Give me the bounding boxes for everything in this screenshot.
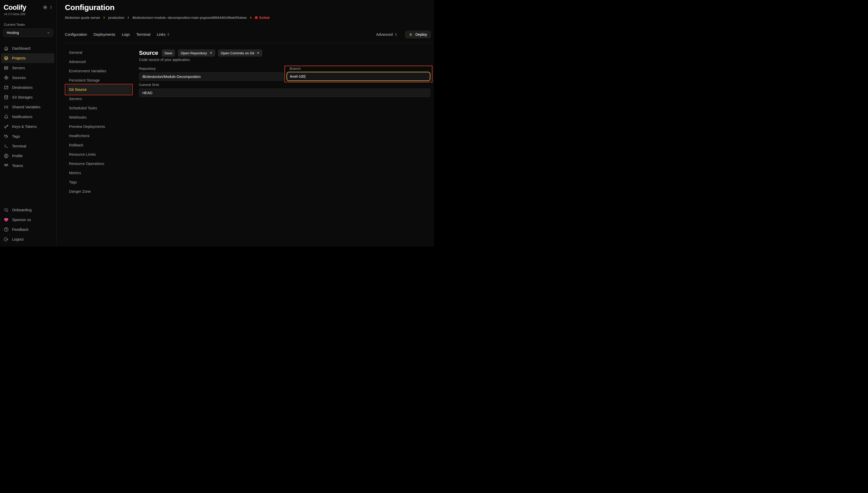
sidebar-item-label: Shared Variables (12, 105, 40, 109)
team-select-value: Hosting (7, 30, 19, 35)
deploy-button[interactable]: Deploy (405, 30, 431, 38)
sidebar-item-label: Logout (12, 237, 23, 241)
git-icon (4, 76, 8, 80)
sidebar-item-feedback[interactable]: Feedback (1, 224, 54, 234)
repository-input[interactable] (139, 72, 284, 81)
branch-value: level-100 (290, 74, 305, 79)
sidebar-item-onboarding[interactable]: Onboarding (1, 205, 54, 215)
sidebar-item-teams[interactable]: Teams (1, 161, 54, 171)
subnav-metrics[interactable]: Metrics (67, 168, 131, 177)
sidebar-item-label: Feedback (12, 228, 28, 232)
subnav-healthcheck[interactable]: Healthcheck (67, 131, 131, 141)
chevron-right-icon (103, 16, 106, 19)
subnav-servers[interactable]: Servers (67, 94, 131, 103)
heart-icon (4, 217, 8, 222)
sidebar-item-dashboard[interactable]: Dashboard (1, 43, 54, 53)
theme-sun-icon[interactable] (43, 5, 47, 9)
subnav-persistent-storage[interactable]: Persistent Storage (67, 76, 131, 85)
external-link-icon (256, 51, 259, 55)
sidebar-item-notifications[interactable]: Notifications (1, 112, 54, 122)
sidebar-item-s3-storages[interactable]: S3 Storages (1, 92, 54, 102)
sidebar-item-label: Teams (12, 164, 23, 168)
user-circle-icon (4, 154, 8, 158)
sidebar-item-keys-tokens[interactable]: Keys & Tokens (1, 122, 54, 131)
server-icon (4, 66, 8, 70)
sidebar-item-logout[interactable]: Logout (1, 234, 54, 244)
subnav-git-source[interactable]: Git Source (67, 85, 131, 94)
advanced-dropdown[interactable]: Advanced (376, 33, 398, 37)
sidebar-item-destinations[interactable]: Destinations (1, 83, 54, 92)
status-dot-icon (255, 16, 258, 19)
help-circle-icon (4, 227, 8, 232)
open-commits-button[interactable]: Open Commits on Git (218, 49, 262, 57)
subnav-rollback[interactable]: Rollback (67, 141, 131, 150)
sidebar: Coolify v4.0.0-beta.399 Current Team Hos… (0, 0, 57, 246)
sidebar-item-tags[interactable]: Tags (1, 131, 54, 141)
subnav-environment-variables[interactable]: Environment Variables (67, 66, 131, 76)
sidebar-item-label: Tags (12, 134, 20, 138)
sidebar-item-shared-variables[interactable]: Shared Variables (1, 102, 54, 112)
external-link-icon (209, 51, 212, 55)
checklist-icon (4, 208, 8, 212)
save-button[interactable]: Save (162, 49, 175, 57)
tabs-row: Configuration Deployments Logs Terminal … (65, 30, 431, 39)
open-repository-button[interactable]: Open Repository (178, 49, 215, 57)
open-repository-label: Open Repository (181, 51, 207, 55)
sidebar-item-label: Sources (12, 76, 26, 80)
play-icon (409, 33, 413, 37)
map-icon (4, 85, 8, 90)
subnav-general[interactable]: General (67, 48, 131, 57)
subnav-tags[interactable]: Tags (67, 177, 131, 187)
team-select[interactable]: Hosting (3, 28, 53, 37)
sidebar-item-terminal[interactable]: Terminal (1, 141, 54, 151)
subnav-preview-deployments[interactable]: Preview Deployments (67, 122, 131, 131)
sidebar-item-label: Notifications (12, 115, 33, 119)
sidebar-item-projects[interactable]: Projects (1, 53, 54, 63)
subnav-webhooks[interactable]: Webhooks (67, 113, 131, 122)
sidebar-item-sponsor[interactable]: Sponsor us (1, 215, 54, 224)
sidebar-item-label: Servers (12, 66, 25, 70)
tabs-divider (65, 43, 434, 43)
key-icon (4, 124, 8, 129)
status-text: Exited (259, 16, 270, 20)
theme-chevrons-up-down-icon[interactable] (49, 6, 53, 9)
chevron-down-icon (47, 31, 50, 35)
sidebar-footer-nav: Onboarding Sponsor us Feedback Logout (0, 205, 56, 244)
subnav-scheduled-tasks[interactable]: Scheduled Tasks (67, 103, 131, 113)
branch-label: Branch (290, 67, 301, 70)
terminal-icon (4, 144, 8, 148)
logout-icon (4, 237, 8, 242)
breadcrumb-resource[interactable]: illicitestonion/-module--decomposition:m… (132, 16, 247, 20)
tab-links[interactable]: Links (157, 33, 170, 37)
page-title: Configuration (65, 3, 114, 12)
coolify-app: Coolify v4.0.0-beta.399 Current Team Hos… (0, 0, 434, 246)
subnav-danger-zone[interactable]: Danger Zone (67, 187, 131, 196)
commit-sha-label: Commit SHA (139, 83, 159, 87)
tab-terminal[interactable]: Terminal (136, 33, 150, 37)
sidebar-item-label: Destinations (12, 85, 33, 89)
sidebar-item-servers[interactable]: Servers (1, 63, 54, 73)
subnav-advanced[interactable]: Advanced (67, 57, 131, 66)
tab-configuration[interactable]: Configuration (65, 33, 87, 37)
sidebar-item-profile[interactable]: Profile (1, 151, 54, 161)
tab-deployments[interactable]: Deployments (93, 33, 115, 37)
sidebar-item-label: S3 Storages (12, 95, 33, 99)
sidebar-item-label: Onboarding (12, 208, 31, 212)
repository-label: Repository (139, 67, 156, 70)
subnav-resource-operations[interactable]: Resource Operations (67, 159, 131, 168)
app-logo: Coolify (4, 4, 26, 11)
subnav-resource-limits[interactable]: Resource Limits (67, 150, 131, 159)
commit-sha-input[interactable] (139, 88, 430, 97)
current-team-label: Current Team (0, 16, 56, 26)
chevrons-up-down-icon (167, 33, 170, 36)
branch-input[interactable]: level-100 (287, 72, 430, 81)
breadcrumb-project[interactable]: illicitonion quote server (65, 16, 100, 20)
status-badge: Exited (255, 16, 270, 20)
layers-icon (4, 56, 8, 61)
breadcrumb-environment[interactable]: production (108, 16, 124, 20)
source-heading: Source (139, 50, 158, 56)
tab-logs[interactable]: Logs (122, 33, 130, 37)
source-description: Code source of your application. (139, 58, 191, 62)
sidebar-item-sources[interactable]: Sources (1, 73, 54, 83)
sidebar-item-label: Keys & Tokens (12, 125, 37, 129)
